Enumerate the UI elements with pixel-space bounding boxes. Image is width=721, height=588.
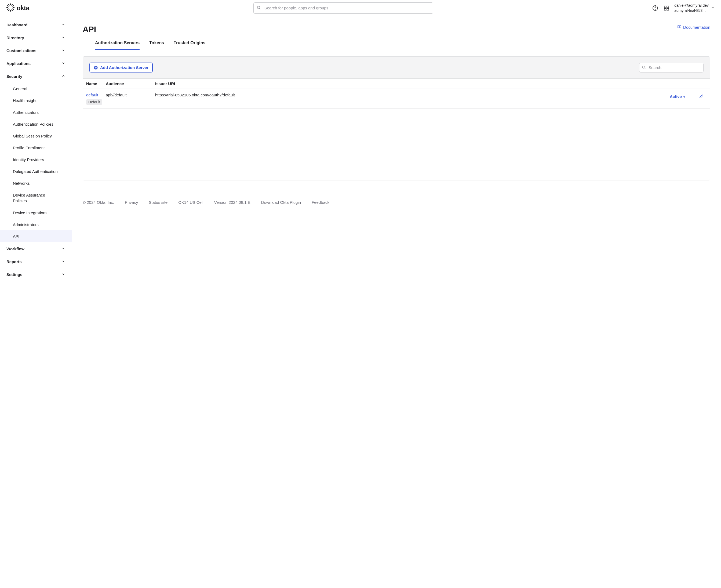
sidebar-item-general[interactable]: General bbox=[0, 83, 72, 94]
sidebar-item-dashboard[interactable]: Dashboard bbox=[0, 18, 72, 31]
sidebar-item-device-integrations[interactable]: Device Integrations bbox=[0, 207, 72, 218]
sidebar-item-customizations[interactable]: Customizations bbox=[0, 44, 72, 57]
documentation-link[interactable]: Documentation bbox=[677, 25, 710, 30]
sidebar-item-label: Security bbox=[6, 74, 22, 79]
svg-rect-11 bbox=[8, 4, 10, 6]
svg-rect-7 bbox=[8, 9, 10, 11]
sidebar-item-networks[interactable]: Networks bbox=[0, 177, 72, 189]
footer-feedback[interactable]: Feedback bbox=[312, 200, 330, 205]
footer: © 2024 Okta, Inc. Privacy Status site OK… bbox=[83, 194, 710, 215]
col-audience: Audience bbox=[106, 81, 155, 86]
table-search bbox=[639, 63, 703, 72]
sidebar-item-reports[interactable]: Reports bbox=[0, 255, 72, 268]
sidebar: Dashboard Directory Customizations Appli… bbox=[0, 16, 72, 588]
sidebar-item-security[interactable]: Security bbox=[0, 70, 72, 83]
edit-icon[interactable] bbox=[699, 95, 703, 99]
sidebar-item-label: Reports bbox=[6, 259, 22, 264]
chevron-down-icon bbox=[62, 23, 65, 27]
svg-rect-17 bbox=[667, 6, 669, 7]
table-search-input[interactable] bbox=[639, 63, 703, 72]
logo[interactable]: okta bbox=[6, 3, 29, 12]
sidebar-item-authentication-policies[interactable]: Authentication Policies bbox=[0, 118, 72, 130]
svg-rect-19 bbox=[667, 8, 669, 10]
svg-point-12 bbox=[257, 6, 259, 8]
svg-rect-9 bbox=[6, 7, 8, 8]
help-icon[interactable] bbox=[652, 4, 659, 12]
sidebar-item-device-assurance-policies[interactable]: Device Assurance Policies bbox=[0, 189, 72, 207]
content: API Documentation Authorization Servers … bbox=[72, 16, 721, 588]
sidebar-item-label: Customizations bbox=[6, 48, 37, 53]
chevron-down-icon bbox=[62, 36, 65, 40]
svg-rect-8 bbox=[7, 8, 8, 10]
book-icon bbox=[677, 25, 681, 30]
svg-rect-10 bbox=[7, 5, 8, 7]
sidebar-item-healthinsight[interactable]: HealthInsight bbox=[0, 94, 72, 106]
user-org: admyral-trial-853... bbox=[674, 8, 709, 13]
svg-rect-4 bbox=[12, 8, 14, 10]
tab-trusted-origins[interactable]: Trusted Origins bbox=[174, 41, 205, 50]
default-badge: Default bbox=[86, 99, 102, 105]
svg-rect-5 bbox=[11, 9, 13, 11]
sidebar-item-label: Workflow bbox=[6, 247, 24, 251]
sidebar-item-authenticators[interactable]: Authenticators bbox=[0, 106, 72, 118]
sidebar-item-profile-enrollment[interactable]: Profile Enrollment bbox=[0, 142, 72, 153]
server-status-dropdown[interactable]: Active▼ bbox=[670, 94, 685, 99]
chevron-down-icon bbox=[62, 61, 65, 66]
apps-grid-icon[interactable] bbox=[663, 4, 670, 12]
sidebar-item-label: Directory bbox=[6, 36, 24, 40]
tab-tokens[interactable]: Tokens bbox=[149, 41, 164, 50]
svg-rect-16 bbox=[664, 6, 666, 7]
sidebar-item-delegated-authentication[interactable]: Delegated Authentication bbox=[0, 165, 72, 177]
col-issuer: Issuer URI bbox=[155, 81, 670, 86]
tab-authorization-servers[interactable]: Authorization Servers bbox=[95, 41, 140, 50]
sidebar-item-global-session-policy[interactable]: Global Session Policy bbox=[0, 130, 72, 142]
sidebar-item-api[interactable]: API bbox=[0, 230, 72, 242]
sidebar-item-identity-providers[interactable]: Identity Providers bbox=[0, 153, 72, 165]
svg-rect-6 bbox=[10, 10, 11, 12]
svg-rect-0 bbox=[10, 3, 11, 5]
footer-download[interactable]: Download Okta Plugin bbox=[261, 200, 301, 205]
svg-point-15 bbox=[655, 9, 656, 9]
sidebar-item-workflow[interactable]: Workflow bbox=[0, 242, 72, 255]
col-name: Name bbox=[83, 81, 106, 86]
footer-version: Version 2024.08.1 E bbox=[214, 200, 251, 205]
server-name-link[interactable]: default bbox=[86, 92, 98, 97]
sidebar-item-settings[interactable]: Settings bbox=[0, 268, 72, 281]
authorization-servers-panel: Add Authorization Server Name Audience I… bbox=[83, 56, 710, 181]
chevron-down-icon bbox=[62, 247, 65, 251]
svg-rect-3 bbox=[13, 7, 15, 8]
tabs: Authorization Servers Tokens Trusted Ori… bbox=[83, 40, 710, 50]
footer-privacy[interactable]: Privacy bbox=[125, 200, 138, 205]
sidebar-item-label: Dashboard bbox=[6, 23, 27, 27]
sidebar-item-directory[interactable]: Directory bbox=[0, 31, 72, 44]
svg-rect-18 bbox=[664, 8, 666, 10]
search-input[interactable] bbox=[253, 2, 433, 14]
server-audience: api://default bbox=[106, 92, 155, 97]
okta-logo-icon bbox=[6, 3, 15, 12]
chevron-down-icon bbox=[62, 259, 65, 264]
server-issuer: https://trial-8532106.okta.com/oauth2/de… bbox=[155, 92, 670, 97]
svg-line-13 bbox=[259, 8, 260, 9]
plus-circle-icon bbox=[94, 65, 98, 70]
table-row: default Default api://default https://tr… bbox=[83, 89, 710, 109]
sidebar-item-label: Settings bbox=[6, 272, 22, 277]
caret-down-icon: ▼ bbox=[683, 96, 685, 99]
svg-point-21 bbox=[643, 66, 645, 68]
footer-status[interactable]: Status site bbox=[149, 200, 168, 205]
sidebar-item-administrators[interactable]: Administrators bbox=[0, 218, 72, 230]
chevron-down-icon bbox=[62, 48, 65, 53]
svg-rect-1 bbox=[11, 4, 13, 6]
sidebar-item-label: Applications bbox=[6, 61, 30, 66]
sidebar-item-applications[interactable]: Applications bbox=[0, 57, 72, 70]
user-email: daniel@admyral.dev bbox=[674, 3, 709, 8]
global-search bbox=[253, 2, 433, 14]
header: okta daniel@admyral.dev admyral-trial-85… bbox=[0, 0, 721, 16]
table-header: Name Audience Issuer URI bbox=[83, 79, 710, 89]
user-menu[interactable]: daniel@admyral.dev admyral-trial-853... bbox=[674, 3, 715, 13]
page-title: API bbox=[83, 25, 96, 34]
footer-copyright: © 2024 Okta, Inc. bbox=[83, 200, 114, 205]
svg-rect-2 bbox=[12, 5, 14, 7]
search-icon bbox=[257, 5, 261, 10]
add-authorization-server-button[interactable]: Add Authorization Server bbox=[89, 63, 153, 72]
svg-line-22 bbox=[644, 68, 645, 69]
